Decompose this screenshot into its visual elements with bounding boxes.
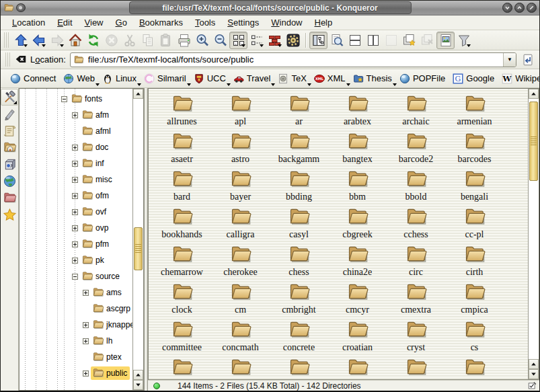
list-view-mode-button[interactable] xyxy=(247,32,266,49)
folder-concmath[interactable]: concmath xyxy=(211,319,270,356)
folder-bbding[interactable]: bbding xyxy=(270,168,328,206)
bookmark-connect[interactable]: Connect xyxy=(7,71,61,87)
tree-item-ptex[interactable]: ptex xyxy=(20,349,132,365)
folder-backgamm[interactable]: backgamm xyxy=(270,130,328,168)
tree-expander-icon[interactable] xyxy=(72,225,78,231)
tree-item-public[interactable]: public xyxy=(20,365,132,381)
tree-expander-icon[interactable] xyxy=(72,177,78,183)
tree-expander-icon[interactable] xyxy=(72,241,78,247)
tree-expander-icon[interactable] xyxy=(72,145,78,151)
sidebar-tab-configure-sidebar[interactable] xyxy=(1,89,18,106)
tree-expander-icon[interactable] xyxy=(61,96,67,102)
menu-location[interactable]: Location xyxy=(6,16,51,29)
pin-button[interactable] xyxy=(16,3,26,12)
scroll-down-button[interactable] xyxy=(133,380,143,390)
location-field[interactable] xyxy=(71,54,503,65)
tree-item-jknappen[interactable]: jknappen xyxy=(20,317,132,333)
tree-item-ovp[interactable]: ovp xyxy=(20,220,132,236)
reload-button[interactable] xyxy=(84,32,102,49)
maximize-button[interactable] xyxy=(514,3,525,13)
folder-cm[interactable]: cm xyxy=(211,281,270,319)
folder-calligra[interactable]: calligra xyxy=(211,206,270,243)
tree-item-afml[interactable]: afml xyxy=(20,123,132,139)
folder-chess[interactable]: chess xyxy=(270,243,328,281)
folder-cbgreek[interactable]: cbgreek xyxy=(328,206,387,243)
tree-item-ofm[interactable]: ofm xyxy=(20,188,132,204)
back-button[interactable] xyxy=(30,32,48,49)
folder-cirth[interactable]: cirth xyxy=(445,243,504,281)
embedded-viewer-button[interactable] xyxy=(284,32,302,49)
image-preview-button[interactable] xyxy=(436,32,455,49)
folder-partial[interactable] xyxy=(445,356,504,379)
zoom-in-button[interactable] xyxy=(193,32,211,49)
folder-bayer[interactable]: bayer xyxy=(211,168,270,206)
sidebar-tab-bookmarks[interactable] xyxy=(1,206,18,223)
tree-expander-icon[interactable] xyxy=(72,112,78,118)
tree-item-fonts[interactable]: fonts xyxy=(20,91,132,107)
forward-button[interactable] xyxy=(48,32,66,49)
tree-expander-icon[interactable] xyxy=(72,193,78,199)
tree-item-ascgrp[interactable]: ascgrp xyxy=(20,301,132,317)
tree-expander-icon[interactable] xyxy=(72,274,78,280)
folder-cmpica[interactable]: cmpica xyxy=(445,281,504,319)
scroll-up-button-bottom[interactable] xyxy=(529,359,539,369)
sidebar-tab-root-folder[interactable] xyxy=(1,190,18,206)
folder-apl[interactable]: apl xyxy=(211,93,270,130)
folder-partial[interactable] xyxy=(153,356,211,379)
folder-chemarrow[interactable]: chemarrow xyxy=(153,243,211,281)
toolbar-handle[interactable] xyxy=(5,52,11,67)
folder-partial[interactable] xyxy=(328,356,387,379)
scroll-up-button[interactable] xyxy=(529,89,539,99)
folder-asaetr[interactable]: asaetr xyxy=(153,130,211,168)
find-file-button[interactable] xyxy=(327,32,346,49)
tree-expander-icon[interactable] xyxy=(83,370,89,377)
menu-window[interactable]: Window xyxy=(265,16,308,29)
location-dropdown-button[interactable]: ▼ xyxy=(503,53,516,67)
bookmark-web[interactable]: Web xyxy=(61,71,100,87)
multicolumn-view-mode-button[interactable] xyxy=(266,32,284,49)
tree-item-lh[interactable]: lh xyxy=(20,333,132,349)
icon-view-mode-button[interactable] xyxy=(229,32,247,49)
tree-item-doc[interactable]: doc xyxy=(20,139,132,155)
folder-croatian[interactable]: croatian xyxy=(328,319,387,356)
folder-cherokee[interactable]: cherokee xyxy=(211,243,270,281)
print-button[interactable] xyxy=(175,32,193,49)
bookmark-xml[interactable]: XMLXML xyxy=(311,71,350,87)
folder-armenian[interactable]: armenian xyxy=(445,93,504,130)
sidebar-tab-bookmarks-pen[interactable] xyxy=(1,106,18,122)
tree-item-ams[interactable]: ams xyxy=(20,284,132,301)
stop-button[interactable] xyxy=(102,32,120,49)
folder-bengali[interactable]: bengali xyxy=(445,168,504,206)
menu-view[interactable]: View xyxy=(79,16,110,29)
close-button[interactable] xyxy=(527,3,537,13)
bookmark-travel[interactable]: Travel xyxy=(231,71,276,87)
tree-expander-icon[interactable] xyxy=(72,209,78,215)
tree-item-pk[interactable]: pk xyxy=(20,252,132,268)
folder-committee[interactable]: committee xyxy=(153,319,211,356)
bookmark-thesis[interactable]: Thesis xyxy=(350,71,397,87)
folder-circ[interactable]: circ xyxy=(387,243,445,281)
menu-go[interactable]: Go xyxy=(110,16,133,29)
split-view-top-bottom-button[interactable] xyxy=(346,32,364,49)
tree-item-ovf[interactable]: ovf xyxy=(20,204,132,220)
home-button[interactable] xyxy=(66,32,84,49)
tree-expander-icon[interactable] xyxy=(83,338,89,344)
folder-barcode2[interactable]: barcode2 xyxy=(387,130,445,168)
tree-scrollbar[interactable] xyxy=(132,89,143,390)
paste-button[interactable] xyxy=(157,32,175,49)
menu-tools[interactable]: Tools xyxy=(189,16,221,29)
folder-cs[interactable]: cs xyxy=(445,319,504,356)
minimize-button[interactable] xyxy=(502,3,512,13)
copy-button[interactable] xyxy=(139,32,157,49)
split-view-left-right-button[interactable] xyxy=(364,32,382,49)
tree-expander-icon[interactable] xyxy=(72,258,78,264)
folder-cryst[interactable]: cryst xyxy=(387,319,445,356)
folder-partial[interactable] xyxy=(270,356,328,379)
tree-expander-icon[interactable] xyxy=(83,322,89,328)
remove-view-button[interactable] xyxy=(382,32,400,49)
folder-cc-pl[interactable]: cc-pl xyxy=(445,206,504,243)
folder-bookhands[interactable]: bookhands xyxy=(153,206,211,243)
scrollbar-thumb[interactable] xyxy=(529,102,538,181)
menu-settings[interactable]: Settings xyxy=(221,16,265,29)
bookmark-popfile[interactable]: POPFile xyxy=(397,71,450,87)
